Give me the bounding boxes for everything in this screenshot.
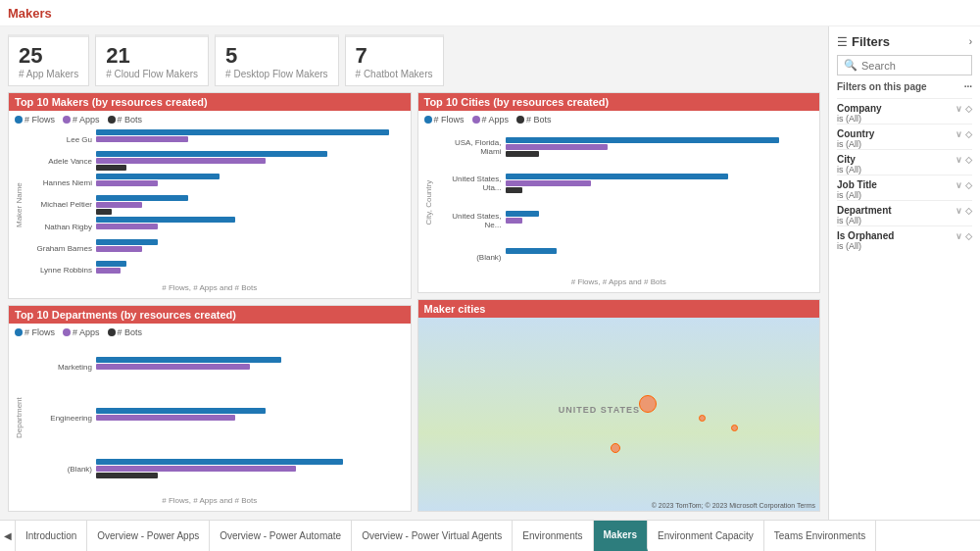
bar-segment (506, 187, 522, 193)
filter-section-options: ··· (964, 81, 972, 92)
legend-item: # Apps (472, 115, 510, 125)
filter-item-icons: ∨ ◇ (956, 129, 972, 139)
bar-segment (96, 180, 158, 186)
bar-row: United States, Uta... (438, 174, 814, 193)
tab-environments[interactable]: Environments (513, 521, 593, 551)
legend-item: # Bots (108, 327, 143, 337)
departments-legend: # Flows# Apps# Bots (15, 327, 405, 337)
kpi-label: # Chatbot Makers (356, 69, 433, 79)
bar-segment (96, 246, 142, 252)
filters-panel: ☰ Filters › 🔍 Filters on this page ··· C… (828, 26, 980, 520)
bar-segment (96, 268, 121, 274)
tab-prev-button[interactable]: ◀ (0, 521, 16, 551)
kpi-card: 7# Chatbot Makers (345, 34, 444, 86)
legend-item: # Bots (108, 115, 143, 125)
bar-segment (96, 415, 235, 421)
bar-row: Lynne Robbins (28, 261, 405, 280)
map-dot (611, 443, 620, 453)
bar-row: Engineering (28, 408, 405, 427)
filter-items-list: Company ∨ ◇ is (All) Country ∨ ◇ is (All… (837, 98, 972, 251)
filters-expand-icon[interactable]: › (969, 36, 972, 47)
tab-overview---power-virtual-agents[interactable]: Overview - Power Virtual Agents (352, 521, 513, 551)
filter-item[interactable]: Country ∨ ◇ is (All) (837, 124, 972, 149)
bar-segment (96, 408, 266, 414)
bar-row: Nathan Rigby (28, 217, 405, 236)
bar-segment (96, 209, 112, 215)
bar-segment (96, 136, 188, 142)
map-dot (699, 415, 706, 422)
filter-item-icons: ∨ ◇ (956, 180, 972, 190)
tab-teams-environments[interactable]: Teams Environments (764, 521, 876, 551)
bar-segment (96, 158, 266, 164)
cities-y-label: City, Country (424, 128, 436, 276)
bar-row: Adele Vance (28, 151, 405, 171)
departments-x-label: # Flows, # Apps and # Bots (15, 496, 405, 505)
kpi-label: # Desktop Flow Makers (225, 69, 327, 79)
filter-item-value: is (All) (837, 241, 972, 251)
tab-makers[interactable]: Makers (594, 521, 648, 551)
bar-row: Michael Peltier (28, 195, 405, 215)
cities-legend: # Flows# Apps# Bots (424, 115, 814, 125)
bar-segment (96, 174, 220, 179)
bar-row: (Blank) (28, 459, 405, 478)
filter-item[interactable]: Is Orphaned ∨ ◇ is (All) (837, 225, 972, 251)
search-box[interactable]: 🔍 (837, 55, 972, 75)
filter-item-value: is (All) (837, 190, 972, 200)
map-attribution: © 2023 TomTom; © 2023 Microsoft Corporat… (652, 502, 815, 509)
kpi-label: # Cloud Flow Makers (106, 69, 198, 79)
departments-chart: Top 10 Departments (by resources created… (8, 305, 412, 512)
filter-item-icons: ∨ ◇ (956, 231, 972, 241)
search-icon: 🔍 (844, 59, 858, 72)
filters-header: ☰ Filters › (837, 34, 972, 49)
makers-chart: Top 10 Makers (by resources created) # F… (8, 92, 412, 299)
cities-chart: Top 10 Cities (by resources created) # F… (417, 92, 821, 293)
makers-x-label: # Flows, # Apps and # Bots (15, 283, 405, 292)
bar-segment (96, 202, 142, 208)
kpi-value: 7 (356, 43, 433, 69)
bar-segment (96, 165, 126, 171)
filter-item[interactable]: Department ∨ ◇ is (All) (837, 200, 972, 225)
filter-item-value: is (All) (837, 114, 972, 124)
filter-item-value: is (All) (837, 216, 972, 225)
bar-row: Graham Barnes (28, 239, 405, 259)
departments-y-label: Department (15, 341, 26, 494)
bar-segment (506, 174, 728, 179)
filter-item-name: City ∨ ◇ (837, 154, 972, 165)
filter-item-name: Department ∨ ◇ (837, 205, 972, 216)
tab-introduction[interactable]: Introduction (16, 521, 87, 551)
kpi-label: # App Makers (19, 69, 78, 79)
departments-bars: MarketingEngineering(Blank) (28, 341, 405, 494)
charts-area: Top 10 Makers (by resources created) # F… (8, 92, 820, 512)
map-dot (731, 425, 738, 431)
map-background: UNITED STATES © 2023 TomTom; © 2023 Micr… (418, 318, 820, 511)
tab-environment-capacity[interactable]: Environment Capacity (648, 521, 764, 551)
filter-item[interactable]: Job Title ∨ ◇ is (All) (837, 175, 972, 200)
filter-item-icons: ∨ ◇ (956, 155, 972, 165)
bar-segment (506, 180, 591, 186)
bar-segment (96, 195, 188, 201)
map-dot (639, 395, 657, 413)
bar-row: Lee Gu (28, 129, 405, 149)
bar-row: USA, Florida, Miami (438, 137, 814, 157)
makers-chart-title: Top 10 Makers (by resources created) (9, 93, 411, 111)
legend-item: # Apps (63, 327, 100, 337)
filter-item[interactable]: Company ∨ ◇ is (All) (837, 98, 972, 124)
bar-segment (96, 129, 389, 135)
filter-item-name: Company ∨ ◇ (837, 103, 972, 114)
tab-overview---power-apps[interactable]: Overview - Power Apps (87, 521, 210, 551)
right-charts: Top 10 Cities (by resources created) # F… (417, 92, 821, 512)
bar-segment (506, 211, 540, 217)
legend-item: # Bots (516, 115, 552, 125)
bar-segment (96, 151, 327, 157)
bar-segment (96, 217, 235, 223)
search-input[interactable] (861, 60, 965, 72)
bar-segment (96, 466, 296, 472)
filter-section-label: Filters on this page ··· (837, 81, 972, 92)
filter-item[interactable]: City ∨ ◇ is (All) (837, 149, 972, 175)
bar-segment (506, 151, 540, 157)
tab-overview---power-automate[interactable]: Overview - Power Automate (210, 521, 352, 551)
kpi-value: 21 (106, 43, 198, 69)
kpi-card: 25# App Makers (8, 34, 89, 86)
bar-segment (506, 137, 780, 143)
filter-item-name: Is Orphaned ∨ ◇ (837, 230, 972, 241)
